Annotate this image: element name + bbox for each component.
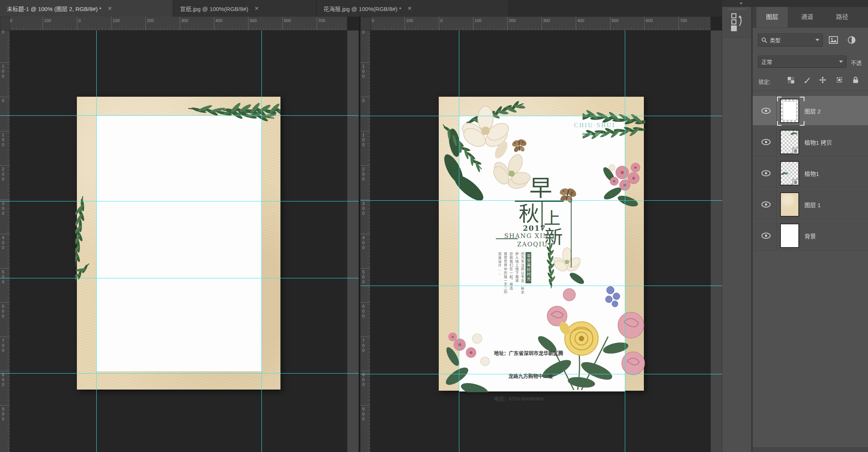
thumbnail-selection-corner	[777, 97, 782, 101]
horizontal-guide[interactable]	[0, 201, 359, 201]
ruler-label: 300	[361, 201, 366, 216]
collapse-panels-button[interactable]: «	[740, 0, 742, 6]
layer-name[interactable]: 图层 1	[804, 190, 821, 219]
ruler-tick	[43, 17, 43, 30]
close-icon[interactable]: ✕	[254, 5, 259, 11]
horizontal-ruler-right-pane[interactable]: 01000100200300400500600700	[371, 17, 710, 30]
ruler-tick	[282, 17, 283, 30]
pink-flowers-right	[599, 158, 645, 215]
ruler-tick	[678, 17, 679, 30]
ruler-label: 0	[1, 30, 5, 35]
blend-mode-dropdown[interactable]: 正常	[758, 56, 846, 68]
horizontal-guide[interactable]	[360, 286, 722, 286]
vertical-guide[interactable]	[261, 30, 262, 452]
search-icon	[761, 37, 767, 43]
close-icon[interactable]: ✕	[407, 5, 412, 11]
vertical-scrollbar-right-pane[interactable]	[710, 30, 722, 452]
title-rule-right	[571, 193, 572, 267]
canvas-flower-poster[interactable]: CHIU·SHUI 秋水伊人 早 秋 上 新 2017 SHANG XING Z…	[439, 97, 644, 391]
horizontal-guide[interactable]	[360, 200, 722, 201]
lock-position-button[interactable]	[818, 75, 827, 85]
vertical-ruler-right-pane[interactable]: 01000100200300400500600700800900	[360, 30, 370, 452]
ruler-tick	[360, 234, 370, 234]
canvas-untitled-1[interactable]	[77, 97, 280, 390]
layer-visibility-toggle[interactable]	[757, 221, 775, 251]
layer-thumbnail[interactable]	[780, 130, 799, 154]
filter-pixel-layers-button[interactable]	[826, 34, 841, 46]
document-tab-2[interactable]: 花海报.jpg @ 100%(RGB/8#) *✕	[317, 0, 509, 17]
ruler-corner-right-pane[interactable]	[360, 17, 371, 30]
horizontal-guide[interactable]	[360, 374, 722, 374]
layer-visibility-toggle[interactable]	[757, 190, 775, 219]
horizontal-guide[interactable]	[0, 115, 359, 116]
vertical-guide[interactable]	[459, 30, 459, 452]
horizontal-guide[interactable]	[0, 373, 359, 374]
poster-copy-column-2: 您和我们在一起，挑选	[508, 252, 514, 305]
ruler-tick	[0, 62, 10, 63]
ruler-tick	[0, 97, 10, 97]
panel-tab-通道[interactable]: 通道	[792, 7, 823, 27]
layer-visibility-toggle[interactable]	[757, 96, 775, 126]
horizontal-guide[interactable]	[0, 278, 359, 278]
pasteboard-right[interactable]: CHIU·SHUI 秋水伊人 早 秋 上 新 2017 SHANG XING Z…	[371, 30, 710, 452]
horizontal-guide[interactable]	[360, 116, 722, 116]
document-tab-1[interactable]: 宣纸.jpg @ 100%(RGB/8#)✕	[173, 0, 317, 17]
thumbnail-selection-corner	[800, 121, 804, 126]
move-icon	[819, 77, 826, 83]
ruler-label: 0	[1, 98, 5, 103]
vertical-scrollbar-left-pane[interactable]	[347, 30, 359, 452]
ruler-corner-left-pane[interactable]	[0, 17, 10, 30]
layer-row-图层 2[interactable]: 图层 2	[753, 96, 868, 126]
layer-name[interactable]: 背景	[804, 221, 816, 251]
layers-panel-footer	[753, 447, 868, 452]
artboard-frame-icon	[836, 77, 843, 83]
lock-all-button[interactable]	[851, 75, 860, 85]
layer-row-图层 1[interactable]: 图层 1	[753, 190, 868, 219]
ruler-tick	[360, 371, 370, 371]
layer-name[interactable]: 植物1	[804, 158, 819, 188]
lock-transparent-pixels-button[interactable]	[786, 75, 795, 85]
pasteboard-left[interactable]	[10, 30, 347, 452]
horizontal-ruler-left-pane[interactable]: 01000100200300400500600700	[10, 17, 347, 30]
ruler-label: 700	[318, 18, 325, 23]
history-icon	[731, 13, 743, 31]
lock-image-pixels-button[interactable]	[802, 75, 811, 85]
title-char-zao: 早	[529, 177, 552, 200]
layer-visibility-toggle[interactable]	[757, 158, 775, 188]
poster-year: 2017	[523, 224, 546, 232]
eye-icon	[761, 233, 771, 239]
vertical-ruler-left-pane[interactable]: 01000100200300400500600700800900	[0, 30, 10, 452]
brush-icon	[804, 77, 810, 83]
lock-artboard-nesting-button[interactable]	[835, 75, 844, 85]
layer-row-植物1[interactable]: 植物1	[753, 158, 868, 188]
layer-name[interactable]: 图层 2	[804, 96, 821, 126]
ruler-tick	[439, 17, 439, 30]
layer-thumbnail[interactable]	[780, 99, 799, 123]
panel-group-header	[753, 0, 868, 7]
vertical-guide[interactable]	[625, 30, 625, 452]
panel-tab-图层[interactable]: 图层	[757, 7, 788, 27]
thumbnail-selection-corner	[800, 97, 804, 101]
ruler-label: 100	[1, 133, 5, 147]
ruler-label: 0	[372, 18, 374, 23]
layer-thumbnail[interactable]	[780, 192, 799, 217]
ruler-label: 100	[361, 133, 366, 147]
history-panel-button[interactable]	[723, 7, 751, 38]
address-line-2: 龙路九方购物中二楼	[494, 372, 563, 380]
close-icon[interactable]: ✕	[108, 5, 112, 11]
poster-vertical-slogan: 享受美好时光	[526, 252, 531, 283]
layer-row-植物1 拷贝[interactable]: 植物1 拷贝	[753, 127, 868, 157]
layer-name[interactable]: 植物1 拷贝	[804, 127, 832, 157]
layer-visibility-toggle[interactable]	[757, 127, 775, 157]
ruler-label: 0	[78, 18, 81, 23]
layer-row-背景[interactable]: 背景	[753, 221, 868, 251]
panel-tab-路径[interactable]: 路径	[827, 7, 858, 27]
layer-thumbnail[interactable]	[780, 161, 799, 185]
layer-filter-dropdown[interactable]: 类型	[758, 34, 823, 46]
document-tab-0[interactable]: 未标题-1 @ 100% (图层 2, RGB/8#) *✕	[0, 0, 173, 17]
filter-adjustment-layers-button[interactable]	[844, 34, 859, 46]
layer-thumbnail[interactable]	[780, 224, 799, 248]
ruler-label: 700	[680, 18, 687, 23]
opacity-label: 不透	[851, 59, 862, 66]
vertical-guide[interactable]	[96, 30, 97, 452]
